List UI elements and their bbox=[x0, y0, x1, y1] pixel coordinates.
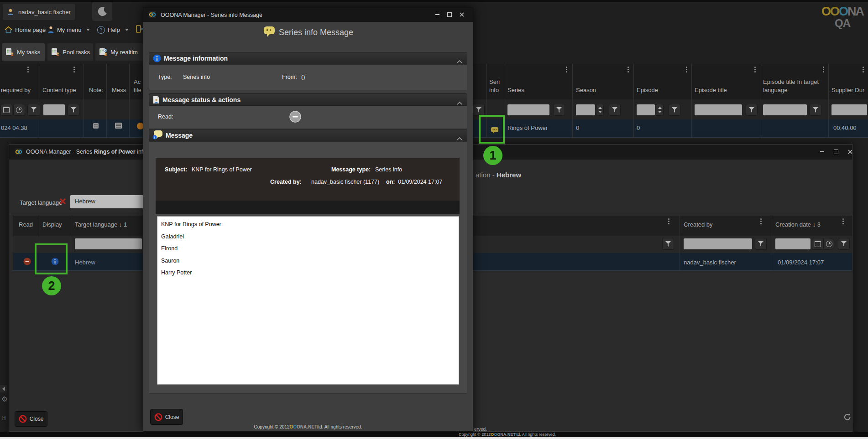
season-filter-input[interactable] bbox=[576, 104, 595, 115]
column-header-display[interactable]: Display bbox=[42, 221, 62, 228]
column-header-episode[interactable]: Episode bbox=[637, 87, 658, 93]
filter-button[interactable] bbox=[838, 238, 850, 250]
date-filter-calendar-button[interactable] bbox=[812, 238, 824, 250]
minimize-button[interactable] bbox=[432, 10, 442, 19]
target-language-filter-input[interactable] bbox=[75, 238, 142, 249]
column-header-attached-files[interactable]: Ac bbox=[134, 78, 141, 85]
column-header-target-language[interactable]: Target language ↓ 1 bbox=[75, 221, 127, 228]
filter-button[interactable] bbox=[553, 104, 565, 116]
message-body-text[interactable]: KNP for Rings of Power: Galadriel Elrond… bbox=[157, 216, 459, 385]
episode-title-target-filter-input[interactable] bbox=[763, 104, 807, 115]
column-menu-icon[interactable] bbox=[73, 67, 75, 68]
menu-home-page[interactable]: Home page bbox=[5, 26, 46, 34]
filter-button[interactable] bbox=[662, 238, 674, 250]
filter-button[interactable] bbox=[746, 104, 758, 116]
episode-filter-input[interactable] bbox=[637, 104, 655, 115]
episode-stepper[interactable] bbox=[656, 104, 664, 116]
section-title: Message status & actions bbox=[162, 96, 241, 103]
column-header-series-info[interactable]: Seri bbox=[489, 78, 500, 85]
user-chip[interactable]: nadav_basic fischer bbox=[3, 4, 75, 20]
column-header-attached-files[interactable]: file bbox=[134, 87, 141, 93]
content-type-filter-input[interactable] bbox=[43, 104, 65, 115]
message-line: Harry Potter bbox=[161, 267, 455, 279]
column-menu-icon[interactable] bbox=[627, 67, 629, 68]
filter-button[interactable] bbox=[473, 104, 485, 116]
column-header-messages[interactable]: Mess bbox=[112, 87, 127, 93]
episode-title-filter-input[interactable] bbox=[695, 104, 742, 115]
column-header-episode-title[interactable]: Episode title bbox=[695, 87, 727, 93]
column-header-required-by[interactable]: required by bbox=[1, 87, 31, 93]
column-menu-icon[interactable] bbox=[760, 218, 762, 220]
maximize-button[interactable] bbox=[831, 147, 841, 156]
section-message-status-header[interactable]: Message status & actions bbox=[149, 93, 467, 106]
avatar-icon bbox=[6, 8, 15, 16]
target-language-select[interactable]: Hebrew bbox=[70, 195, 152, 208]
dark-mode-toggle[interactable] bbox=[92, 2, 112, 21]
column-header-series[interactable]: Series bbox=[507, 87, 524, 93]
filter-button[interactable] bbox=[609, 104, 621, 116]
column-menu-icon[interactable] bbox=[863, 67, 864, 68]
message-bubble-icon bbox=[263, 26, 275, 40]
filter-button[interactable] bbox=[755, 238, 767, 250]
filter-button[interactable] bbox=[669, 104, 680, 116]
unread-status-icon[interactable] bbox=[23, 258, 31, 267]
filter-button[interactable] bbox=[810, 104, 821, 116]
column-header-supplier-duration[interactable]: Supplier Dur bbox=[831, 87, 864, 93]
collapse-panel-button[interactable] bbox=[0, 385, 7, 393]
type-label: Type: bbox=[158, 74, 172, 80]
close-button[interactable]: Close bbox=[15, 411, 47, 427]
menu-logout[interactable] bbox=[136, 25, 143, 33]
creation-date-filter-input[interactable] bbox=[775, 238, 810, 249]
section-message-header[interactable]: Message bbox=[149, 129, 467, 141]
logo-letter: O bbox=[830, 5, 839, 18]
tab-my-tasks[interactable]: My tasks bbox=[2, 43, 45, 61]
column-header-created-by[interactable]: Created by bbox=[684, 221, 713, 228]
column-menu-icon[interactable] bbox=[686, 67, 687, 68]
minimize-button[interactable] bbox=[817, 147, 827, 156]
column-menu-icon[interactable] bbox=[754, 67, 756, 68]
supplier-duration-filter-input[interactable] bbox=[831, 104, 867, 115]
refresh-icon[interactable] bbox=[843, 413, 852, 423]
column-header-season[interactable]: Season bbox=[576, 87, 596, 93]
filter-button[interactable] bbox=[68, 104, 79, 116]
column-header-creation-date[interactable]: Creation date ↓ 3 bbox=[775, 221, 821, 228]
section-message-information-header[interactable]: Message information bbox=[149, 52, 467, 64]
user-name: nadav_basic fischer bbox=[18, 9, 71, 15]
column-header-episode-title-target[interactable]: language bbox=[763, 87, 788, 93]
filter-button[interactable] bbox=[27, 104, 40, 116]
column-menu-icon[interactable] bbox=[842, 218, 844, 220]
tab-my-realtime[interactable]: My realtim bbox=[95, 43, 145, 61]
column-header-notes[interactable]: Note: bbox=[89, 87, 105, 93]
read-status-minus-icon[interactable] bbox=[289, 111, 301, 124]
column-header-read[interactable]: Read bbox=[19, 221, 33, 228]
close-window-button[interactable] bbox=[457, 10, 467, 19]
created-by-filter-input[interactable] bbox=[684, 238, 752, 249]
date-filter-clock-button[interactable] bbox=[13, 104, 25, 116]
column-menu-icon[interactable] bbox=[823, 67, 824, 68]
column-header-series-info[interactable]: info bbox=[489, 87, 499, 93]
season-stepper[interactable] bbox=[596, 104, 604, 116]
menu-my-menu[interactable]: My menu bbox=[47, 26, 90, 33]
date-filter-clock-button[interactable] bbox=[823, 238, 835, 250]
tab-pool-tasks[interactable]: Pool tasks bbox=[47, 43, 93, 61]
column-header-episode-title-target[interactable]: Episode title In target bbox=[763, 78, 819, 85]
column-menu-icon[interactable] bbox=[566, 67, 567, 68]
column-header-content-type[interactable]: Content type bbox=[42, 87, 76, 93]
note-icon[interactable] bbox=[93, 122, 99, 131]
close-window-button[interactable] bbox=[845, 147, 855, 156]
message-toolbar-strip bbox=[156, 201, 460, 214]
maximize-button[interactable] bbox=[444, 10, 455, 19]
column-menu-icon[interactable] bbox=[27, 67, 29, 68]
from-label: From: bbox=[282, 74, 297, 80]
close-button[interactable]: Close bbox=[150, 409, 183, 425]
date-filter-calendar-button[interactable] bbox=[0, 104, 12, 116]
settings-gear-icon[interactable]: ⚙ bbox=[1, 395, 8, 403]
read-label: Read: bbox=[158, 114, 173, 120]
menu-help[interactable]: ? Help bbox=[97, 26, 129, 34]
messages-icon[interactable] bbox=[115, 122, 122, 131]
subject-label: Subject: bbox=[165, 166, 187, 173]
series-filter-input[interactable] bbox=[507, 104, 549, 115]
row-datetime: 024 04:38 bbox=[1, 124, 27, 131]
minimize-icon bbox=[820, 151, 824, 152]
column-menu-icon[interactable] bbox=[668, 218, 669, 220]
